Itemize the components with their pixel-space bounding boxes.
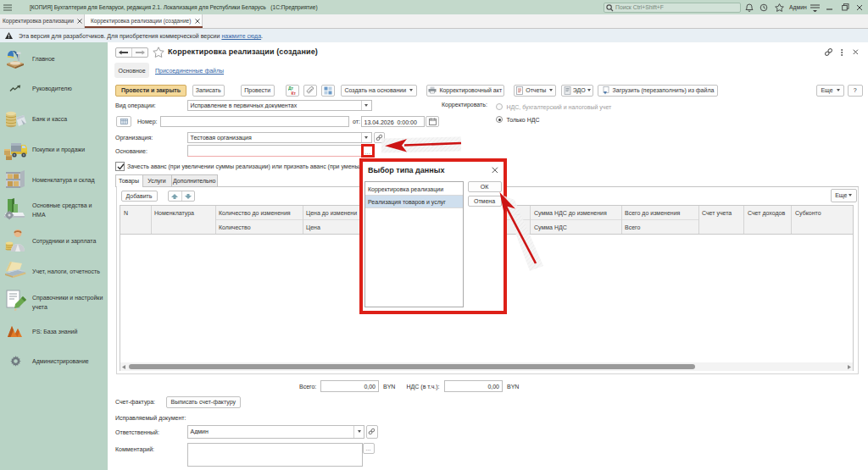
svg-text:Кт: Кт [291, 91, 296, 96]
